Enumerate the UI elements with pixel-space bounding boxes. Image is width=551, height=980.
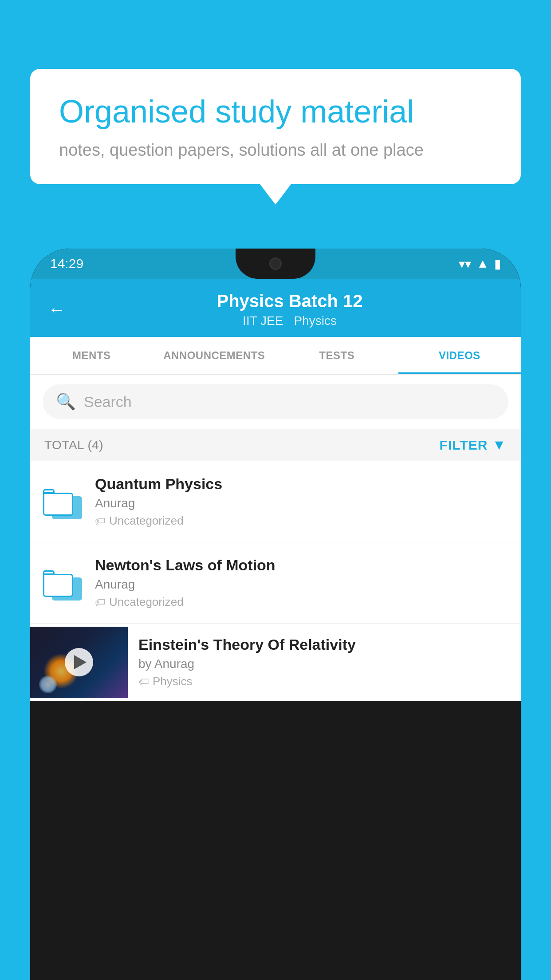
app-header: ← Physics Batch 12 IIT JEE Physics <box>30 279 521 337</box>
tab-announcements[interactable]: ANNOUNCEMENTS <box>153 337 276 374</box>
content-area: Quantum Physics Anurag 🏷 Uncategorized <box>30 461 521 701</box>
tag-label-2: Uncategorized <box>109 595 184 609</box>
search-icon: 🔍 <box>56 392 76 411</box>
video-thumbnail-3 <box>30 627 128 698</box>
video-author-3: by Anurag <box>138 657 510 671</box>
tab-tests[interactable]: TESTS <box>276 337 398 374</box>
speech-bubble: Organised study material notes, question… <box>30 69 521 184</box>
folder-front-2 <box>43 570 73 597</box>
video-info-3: Einstein's Theory Of Relativity by Anura… <box>128 624 521 701</box>
signal-icon: ▲ <box>476 257 489 271</box>
video-item-3[interactable]: Einstein's Theory Of Relativity by Anura… <box>30 624 521 701</box>
folder-front <box>43 489 73 516</box>
video-author-2: Anurag <box>95 577 508 592</box>
tag-label-3: Physics <box>153 675 193 688</box>
header-subtitle: IIT JEE Physics <box>76 314 503 328</box>
phone-frame: 14:29 ▾▾ ▲ ▮ ← Physics Batch 12 IIT JEE … <box>30 249 521 980</box>
video-info-1: Quantum Physics Anurag 🏷 Uncategorized <box>95 475 508 528</box>
tag-label-1: Uncategorized <box>109 514 184 528</box>
video-info-2: Newton's Laws of Motion Anurag 🏷 Uncateg… <box>95 557 508 609</box>
search-placeholder: Search <box>84 393 132 411</box>
play-triangle <box>74 655 87 669</box>
header-title: Physics Batch 12 IIT JEE Physics <box>76 291 503 328</box>
tag-icon-1: 🏷 <box>95 515 106 527</box>
status-bar: 14:29 ▾▾ ▲ ▮ <box>30 249 521 279</box>
folder-icon-1 <box>43 484 82 519</box>
video-title-3: Einstein's Theory Of Relativity <box>138 636 510 653</box>
video-item-2[interactable]: Newton's Laws of Motion Anurag 🏷 Uncateg… <box>30 542 521 624</box>
search-container: 🔍 Search <box>30 375 521 429</box>
filter-label: FILTER <box>440 438 488 453</box>
speech-bubble-heading: Organised study material <box>59 93 492 130</box>
filter-icon: ▼ <box>492 437 507 453</box>
camera <box>269 257 282 270</box>
video-author-1: Anurag <box>95 496 508 510</box>
total-count: TOTAL (4) <box>44 438 103 452</box>
video-icon-2 <box>43 563 83 603</box>
tabs: MENTS ANNOUNCEMENTS TESTS VIDEOS <box>30 337 521 375</box>
tab-videos[interactable]: VIDEOS <box>398 337 521 374</box>
subtitle-iitjee: IIT JEE <box>243 314 283 328</box>
status-icons: ▾▾ ▲ ▮ <box>459 257 501 271</box>
filter-bar: TOTAL (4) FILTER ▼ <box>30 429 521 461</box>
search-box[interactable]: 🔍 Search <box>43 384 508 419</box>
notch <box>236 249 315 279</box>
video-title-1: Quantum Physics <box>95 475 508 493</box>
video-tag-1: 🏷 Uncategorized <box>95 514 508 528</box>
play-button-3[interactable] <box>65 648 93 676</box>
folder-icon-2 <box>43 565 82 601</box>
video-icon-1 <box>43 482 83 522</box>
phone-body: 14:29 ▾▾ ▲ ▮ ← Physics Batch 12 IIT JEE … <box>30 249 521 701</box>
back-button[interactable]: ← <box>48 300 66 320</box>
tag-icon-3: 🏷 <box>138 676 149 688</box>
battery-icon: ▮ <box>494 257 501 271</box>
batch-title: Physics Batch 12 <box>76 291 503 311</box>
video-title-2: Newton's Laws of Motion <box>95 557 508 574</box>
tab-ments[interactable]: MENTS <box>30 337 153 374</box>
speech-bubble-container: Organised study material notes, question… <box>30 69 521 184</box>
wifi-icon: ▾▾ <box>459 257 471 271</box>
video-tag-3: 🏷 Physics <box>138 675 510 688</box>
video-item-1[interactable]: Quantum Physics Anurag 🏷 Uncategorized <box>30 461 521 542</box>
thumb-glow2 <box>39 676 57 693</box>
speech-bubble-subtext: notes, question papers, solutions all at… <box>59 141 492 160</box>
filter-button[interactable]: FILTER ▼ <box>440 437 507 453</box>
video-tag-2: 🏷 Uncategorized <box>95 595 508 609</box>
subtitle-physics: Physics <box>294 314 336 328</box>
status-time: 14:29 <box>50 256 83 271</box>
tag-icon-2: 🏷 <box>95 596 106 609</box>
